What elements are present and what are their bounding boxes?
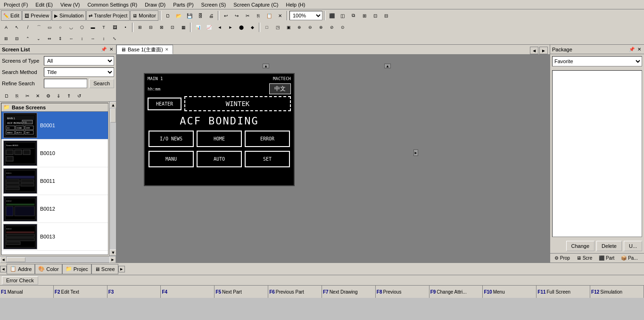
draw-btn-poly[interactable]: ⬡ <box>77 22 87 33</box>
panel-delete-btn[interactable]: ✕ <box>33 91 42 100</box>
align-r[interactable]: ⊟ <box>12 33 22 44</box>
hmi-heater-button[interactable]: HEATER <box>148 98 182 110</box>
screen-item-b0012[interactable]: B0012 B0012 <box>1 195 108 223</box>
refine-search-input[interactable] <box>44 79 87 88</box>
tab-prev-btn[interactable]: ◄ <box>530 47 538 54</box>
copy-btn[interactable]: ⎘ <box>253 10 264 21</box>
align-l[interactable]: ⊞ <box>1 33 11 44</box>
panel-import-btn[interactable]: ⇓ <box>54 91 63 100</box>
right-arrow[interactable]: ► <box>413 149 418 156</box>
hscroll-left-btn[interactable]: ◄ <box>0 256 7 263</box>
hscroll-right-btn[interactable]: ► <box>109 256 116 263</box>
top-left-arrow[interactable]: ▲ <box>263 64 269 68</box>
fkey-f11[interactable]: F11 Full Screen <box>537 286 590 298</box>
menu-screen-capture[interactable]: Screen Capture (C) <box>230 1 282 8</box>
panel-hscroll[interactable]: ◄ ► <box>0 256 116 263</box>
scroll-thumb[interactable] <box>110 108 116 123</box>
new-btn[interactable]: 🗋 <box>163 10 173 21</box>
extra-btn-5[interactable]: ⊖ <box>305 22 315 33</box>
search-button[interactable]: Search <box>89 79 114 88</box>
align-btn-2[interactable]: ⊟ <box>146 22 156 33</box>
screens-of-type-dropdown[interactable]: All <box>44 56 114 66</box>
fkey-f5[interactable]: F5 Next Part <box>215 286 268 298</box>
draw-btn-2[interactable]: ↖ <box>12 22 22 33</box>
menu-screen[interactable]: Screen (S) <box>198 1 230 8</box>
data-btn-1[interactable]: 📊 <box>193 22 203 33</box>
screen-item-b0010[interactable]: Screen B0010 B0010 <box>1 139 108 167</box>
align-cv[interactable]: ⇕ <box>55 33 66 44</box>
preview-button[interactable]: 🖼 Preview <box>22 10 51 21</box>
fkey-f8[interactable]: F8 Previous <box>376 286 429 298</box>
simulation-button[interactable]: ▶ Simulation <box>52 10 86 21</box>
fkey-f10[interactable]: F10 Menu <box>483 286 537 298</box>
redo-btn[interactable]: ↪ <box>231 10 242 21</box>
resize-both[interactable]: ⤡ <box>109 33 120 44</box>
table-btn[interactable]: ▦ <box>178 22 189 33</box>
extra-btn-8[interactable]: ⊙ <box>338 22 348 33</box>
menu-draw[interactable]: Draw (D) <box>141 1 169 8</box>
up-button[interactable]: U... <box>624 241 642 251</box>
panel-new-btn[interactable]: 🗋 <box>2 91 11 100</box>
bottom-tab-projec[interactable]: 📁 Projec <box>62 264 91 274</box>
draw-btn-line[interactable]: / <box>23 22 33 33</box>
panel-pin-icon[interactable]: 📌 <box>100 47 107 52</box>
fkey-f4[interactable]: F4 <box>161 286 215 298</box>
tb-icon-2[interactable]: ◫ <box>338 10 348 21</box>
search-method-dropdown[interactable]: Title <box>44 67 114 77</box>
bottom-scroll-left-btn[interactable]: ◄ <box>0 266 7 272</box>
fkey-f6[interactable]: F6 Previous Part <box>268 286 322 298</box>
print-btn[interactable]: 🖨 <box>206 10 216 21</box>
dist-v[interactable]: ↕ <box>77 33 87 44</box>
data-btn-3[interactable]: ◄ <box>215 22 225 33</box>
panel-refresh-btn[interactable]: ↺ <box>74 91 84 100</box>
undo-btn[interactable]: ↩ <box>221 10 231 21</box>
save-btn[interactable]: 💾 <box>184 10 195 21</box>
align-b[interactable]: ⌄ <box>33 33 44 44</box>
package-tab-pa[interactable]: 📦 Pa... <box>619 254 640 262</box>
resize-w[interactable]: ↔ <box>88 33 98 44</box>
menu-edit[interactable]: Edit (E) <box>32 1 57 8</box>
screen-list-scrollbar[interactable]: ▲ ▼ <box>109 102 116 256</box>
draw-btn-1[interactable]: A <box>1 22 11 33</box>
package-tab-scre[interactable]: 🖥 Scre <box>574 254 594 262</box>
extra-btn-7[interactable]: ⊘ <box>327 22 337 33</box>
hscroll-track[interactable] <box>7 257 109 263</box>
extra-btn-4[interactable]: ⊕ <box>294 22 305 33</box>
hmi-wintek-button[interactable]: WINTEK <box>184 96 291 111</box>
panel-cut-btn[interactable]: ✂ <box>23 91 32 100</box>
screen-item-b0011[interactable]: B0011 B0011 <box>1 167 108 195</box>
fkey-f12[interactable]: F12 Simulation <box>590 286 644 298</box>
data-btn-5[interactable]: ⬤ <box>236 22 247 33</box>
panel-close-icon[interactable]: ✕ <box>108 47 114 52</box>
change-button[interactable]: Change <box>566 241 595 251</box>
tab-next-btn[interactable]: ► <box>539 47 548 54</box>
panel-export-btn[interactable]: ⇑ <box>64 91 74 100</box>
draw-btn-fill[interactable]: ▬ <box>88 22 98 33</box>
draw-btn-img[interactable]: 🖼 <box>109 22 120 33</box>
delete-button[interactable]: Delete <box>596 241 622 251</box>
fkey-f9[interactable]: F9 Change Attri... <box>429 286 483 298</box>
tb-icon-5[interactable]: ⊡ <box>370 10 380 21</box>
package-pin-icon[interactable]: 📌 <box>628 47 636 52</box>
align-btn-4[interactable]: ⊡ <box>167 22 178 33</box>
top-right-arrow[interactable]: ▲ <box>384 64 391 68</box>
zoom-dropdown[interactable]: 100% 50% 75% 150% 200% <box>289 11 322 20</box>
align-ch[interactable]: ⇔ <box>44 33 55 44</box>
menu-parts[interactable]: Parts (P) <box>169 1 197 8</box>
draw-btn-rect[interactable]: ▭ <box>44 22 55 33</box>
extra-btn-3[interactable]: ▣ <box>283 22 294 33</box>
hmi-io-news-button[interactable]: I/O NEWS <box>149 131 194 147</box>
open-btn[interactable]: 📂 <box>173 10 184 21</box>
tb-icon-6[interactable]: ⊟ <box>381 10 391 21</box>
fkey-f7[interactable]: F7 Next Drawing <box>322 286 376 298</box>
cut-btn[interactable]: ✂ <box>242 10 253 21</box>
screen-list[interactable]: 📁 Base Screens MAIN 1 中文 ACF BOND <box>1 103 108 255</box>
monitor-button[interactable]: 🖥 Monitor <box>130 10 158 21</box>
hmi-manu-button[interactable]: MANU <box>149 151 194 167</box>
edit-button[interactable]: ✏️ Edit <box>1 10 22 21</box>
tab-close-btn[interactable]: ✕ <box>165 47 169 52</box>
data-btn-2[interactable]: 📈 <box>204 22 214 33</box>
fkey-f3[interactable]: F3 <box>107 286 161 298</box>
scroll-down-btn[interactable]: ▼ <box>110 249 116 256</box>
dist-h[interactable]: ↔ <box>66 33 76 44</box>
